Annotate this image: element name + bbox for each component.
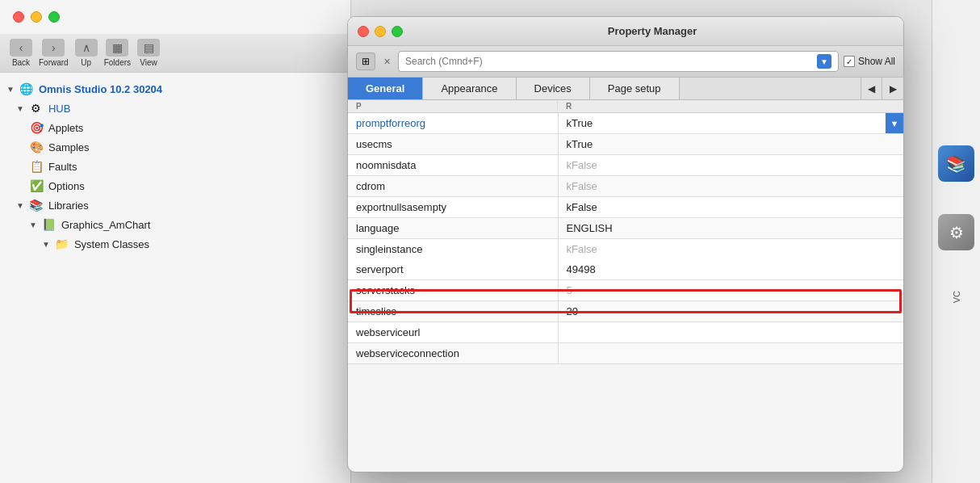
folders-label: Folders [104,58,131,67]
search-close-button[interactable]: ✕ [380,55,393,68]
property-value: kFalse [558,155,903,176]
pm-green-dot[interactable] [392,26,403,37]
pm-tabs: General Appearance Devices Page setup ◀ … [348,78,903,100]
show-all-checkbox[interactable]: ✓ [844,56,855,67]
tab-page-setup[interactable]: Page setup [590,78,680,99]
tree-item-applets[interactable]: 🎯 Applets [0,118,350,137]
tree-item-graphics[interactable]: ▼ 📗 Graphics_AmChart [0,215,350,234]
row-dropdown-button[interactable]: ▼ [886,113,903,133]
pm-red-dot[interactable] [358,26,369,37]
tree-item-faults[interactable]: 📋 Faults [0,157,350,176]
table-row[interactable]: webserviceconnection [348,343,903,364]
property-value: kFalse [558,197,903,218]
bg-red-dot[interactable] [13,11,24,23]
sidebar-tree: ▼ 🌐 Omnis Studio 10.2 30204 ▼ ⚙ HUB 🎯 Ap… [0,73,350,260]
vc-label: VC [952,291,961,303]
property-name: promptforreorg [348,113,558,134]
table-row[interactable]: language ENGLISH [348,218,903,239]
root-icon: 🌐 [19,82,34,96]
property-name: webserviceconnection [348,343,558,364]
table-row[interactable]: singleinstance kFalse [348,239,903,260]
tree-item-libraries[interactable]: ▼ 📚 Libraries [0,195,350,215]
property-name: webserviceurl [348,322,558,343]
triangle-hub: ▼ [16,104,24,113]
table-row-serverport[interactable]: serverport 49498 [348,259,903,280]
table-row[interactable]: cdrom kFalse [348,176,903,197]
forward-button[interactable]: › Forward [39,39,69,67]
options-label: Options [48,180,85,192]
table-row[interactable]: usecms kTrue [348,134,903,155]
pm-searchbar: ⊞ ✕ ▼ ✓ Show All [348,46,903,78]
folders-button[interactable]: ▦ Folders [104,39,131,67]
right-panel: 📚 ⚙ VC [932,0,980,483]
options-icon: ✅ [29,178,44,193]
bg-yellow-dot[interactable] [31,11,42,23]
pm-title: Property Manager [411,25,894,37]
tab-devices[interactable]: Devices [517,78,590,99]
property-value: ENGLISH [558,218,903,239]
back-label: Back [12,58,30,67]
tree-item-system-classes[interactable]: ▼ 📁 System Classes [0,234,350,254]
applets-label: Applets [48,122,83,134]
property-value: kFalse [558,239,903,260]
property-name: noomnisdata [348,155,558,176]
triangle-libraries: ▼ [16,201,24,210]
property-name-serverport: serverport [348,259,558,280]
pm-yellow-dot[interactable] [375,26,386,37]
table-row[interactable]: noomnisdata kFalse [348,155,903,176]
tree-item-hub[interactable]: ▼ ⚙ HUB [0,99,350,118]
table-row[interactable]: promptforreorg kTrue ▼ [348,113,903,134]
back-button[interactable]: ‹ Back [10,39,32,67]
property-name: language [348,218,558,239]
tree-item-root[interactable]: ▼ 🌐 Omnis Studio 10.2 30204 [0,79,350,99]
tab-prev-button[interactable]: ◀ [861,78,882,99]
property-name: singleinstance [348,239,558,260]
faults-label: Faults [48,161,77,173]
table-row[interactable]: exportnullsasempty kFalse [348,197,903,218]
table-row[interactable]: webserviceurl [348,322,903,343]
samples-label: Samples [48,141,90,153]
property-value: kFalse [558,176,903,197]
property-value: kTrue ▼ [558,113,903,134]
up-label: Up [81,58,91,67]
library-icon-right: 📚 [938,145,974,182]
forward-icon: › [42,39,65,57]
libraries-icon: 📚 [29,198,44,212]
property-name: serverstacks [348,280,558,301]
view-button[interactable]: ▤ View [137,39,160,67]
table-row[interactable]: serverstacks 5 [348,280,903,301]
back-icon: ‹ [10,39,32,57]
pm-table-wrap[interactable]: promptforreorg kTrue ▼ usecms kTrue noom… [348,113,903,468]
pm-table-container: P R promptforreorg kTrue ▼ usecms [348,100,903,468]
search-dropdown-button[interactable]: ▼ [817,54,831,69]
libraries-label: Libraries [48,200,89,212]
system-classes-icon: 📁 [55,237,69,251]
col-header-property: P [348,101,558,111]
property-value: 20 [558,301,903,322]
tab-general[interactable]: General [348,78,423,99]
pm-titlebar: Property Manager [348,17,903,46]
tree-item-options[interactable]: ✅ Options [0,176,350,195]
triangle-graphics: ▼ [29,220,37,229]
tab-appearance[interactable]: Appearance [423,78,516,99]
search-icon-button[interactable]: ⊞ [356,52,375,70]
search-input[interactable] [405,56,814,67]
tree-item-samples[interactable]: 🎨 Samples [0,137,350,157]
applets-icon: 🎯 [29,120,44,135]
root-label: Omnis Studio 10.2 30204 [39,83,162,95]
property-name: timeslice [348,301,558,322]
background-window: ‹ Back › Forward ∧ Up ▦ Folders ▤ View ▼… [0,0,351,483]
up-icon: ∧ [75,39,98,57]
forward-label: Forward [39,58,69,67]
samples-icon: 🎨 [29,140,44,154]
property-value [558,322,903,343]
table-row[interactable]: timeslice 20 [348,301,903,322]
property-manager-window: Property Manager ⊞ ✕ ▼ ✓ Show All Genera… [347,16,904,472]
view-icon: ▤ [137,39,160,57]
faults-icon: 📋 [29,159,44,174]
bg-green-dot[interactable] [48,11,60,23]
tab-next-button[interactable]: ▶ [882,78,903,99]
bg-toolbar: ‹ Back › Forward ∧ Up ▦ Folders ▤ View [0,34,350,73]
up-button[interactable]: ∧ Up [75,39,98,67]
search-input-wrap: ▼ [398,51,839,72]
